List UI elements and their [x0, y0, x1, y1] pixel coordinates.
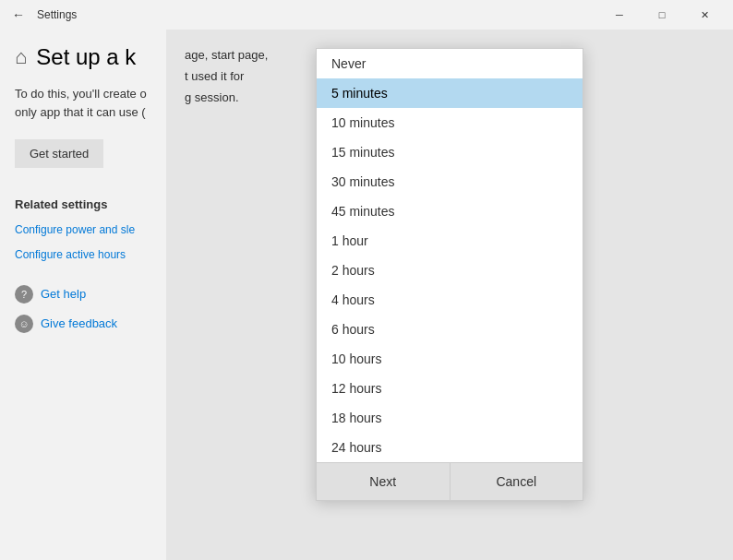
feedback-icon: ☺: [15, 315, 33, 333]
dropdown-option[interactable]: 6 hours: [317, 315, 583, 344]
maximize-button[interactable]: □: [641, 0, 683, 30]
dropdown-option[interactable]: 24 hours: [317, 433, 583, 462]
dialog-footer: Next Cancel: [316, 462, 583, 501]
get-started-button[interactable]: Get started: [15, 139, 103, 168]
title-bar: ← Settings ─ □ ✕: [0, 0, 733, 30]
dropdown-option[interactable]: 10 hours: [317, 344, 583, 374]
dropdown-option[interactable]: 4 hours: [317, 285, 583, 315]
home-icon: ⌂: [15, 45, 27, 69]
back-icon: ←: [12, 7, 25, 22]
get-help-label: Get help: [41, 287, 86, 301]
dropdown-option[interactable]: 18 hours: [317, 403, 583, 433]
dropdown-option[interactable]: 12 hours: [317, 374, 583, 403]
close-button[interactable]: ✕: [683, 0, 726, 30]
help-icon: ?: [15, 285, 33, 304]
get-help-item[interactable]: ? Get help: [15, 285, 151, 304]
minimize-button[interactable]: ─: [598, 0, 641, 30]
title-bar-left: ← Settings: [7, 4, 77, 26]
page-title: Set up a k: [36, 44, 136, 70]
related-settings-heading: Related settings: [15, 197, 151, 211]
related-link-power[interactable]: Configure power and sle: [15, 222, 151, 238]
dropdown-option[interactable]: 30 minutes: [317, 167, 583, 197]
page-title-container: ⌂ Set up a k: [15, 44, 151, 70]
dropdown-option[interactable]: 2 hours: [317, 256, 583, 285]
back-button[interactable]: ←: [7, 4, 30, 26]
dropdown-option[interactable]: 45 minutes: [317, 197, 583, 226]
dropdown-option[interactable]: Never: [317, 49, 583, 78]
title-bar-title: Settings: [37, 8, 77, 21]
bottom-links: ? Get help ☺ Give feedback: [15, 285, 151, 333]
dropdown-option[interactable]: 5 minutes: [317, 78, 583, 108]
dropdown-option[interactable]: 10 minutes: [317, 108, 583, 137]
dialog: Never5 minutes10 minutes15 minutes30 min…: [316, 48, 583, 501]
related-link-active-hours[interactable]: Configure active hours: [15, 247, 151, 263]
cancel-button[interactable]: Cancel: [451, 463, 583, 500]
main-content: ⌂ Set up a k To do this, you'll create o…: [0, 30, 733, 560]
dropdown-list[interactable]: Never5 minutes10 minutes15 minutes30 min…: [316, 48, 583, 462]
dropdown-option[interactable]: 15 minutes: [317, 137, 583, 167]
give-feedback-item[interactable]: ☺ Give feedback: [15, 315, 151, 333]
give-feedback-label: Give feedback: [41, 316, 117, 330]
next-button[interactable]: Next: [317, 463, 451, 500]
dialog-overlay: Never5 minutes10 minutes15 minutes30 min…: [166, 30, 733, 560]
left-panel: ⌂ Set up a k To do this, you'll create o…: [0, 30, 166, 560]
page-description: To do this, you'll create o only app tha…: [15, 85, 151, 121]
dropdown-option[interactable]: 1 hour: [317, 226, 583, 256]
title-bar-controls: ─ □ ✕: [598, 0, 726, 30]
right-panel: age, start page, t used it for g session…: [166, 30, 733, 560]
